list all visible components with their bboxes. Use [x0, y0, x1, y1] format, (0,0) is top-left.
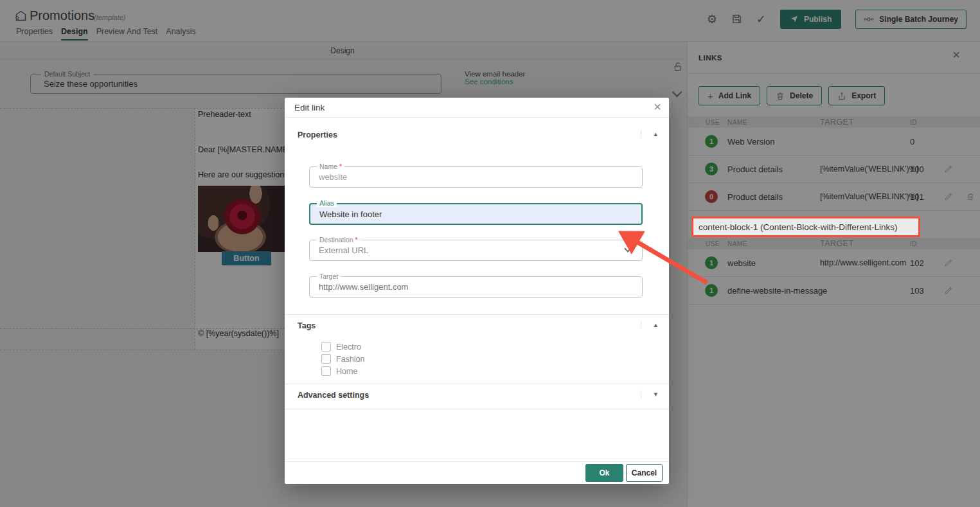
target-input[interactable]: [309, 276, 643, 298]
destination-field-label: Destination: [319, 236, 353, 244]
home-checkbox-label: Home: [336, 367, 357, 376]
cancel-button[interactable]: Cancel: [626, 464, 663, 482]
collapse-properties-caret-icon[interactable]: ▴: [641, 130, 657, 138]
tag-row-electro: Electro: [321, 342, 361, 351]
fashion-checkbox[interactable]: [321, 354, 331, 364]
collapse-tags-caret-icon[interactable]: ▴: [641, 321, 657, 329]
chevron-down-icon: [624, 245, 631, 252]
electro-checkbox[interactable]: [321, 342, 331, 351]
tag-row-fashion: Fashion: [321, 354, 364, 364]
divider: [285, 384, 669, 384]
edit-link-modal: Edit link × Properties ▴ Name * Alias De…: [285, 98, 669, 484]
expand-advanced-caret-icon[interactable]: ▾: [641, 390, 657, 398]
divider: [285, 461, 669, 462]
tags-section-label: Tags: [298, 321, 316, 330]
fashion-checkbox-label: Fashion: [336, 355, 364, 364]
divider: [285, 314, 669, 315]
alias-field: Alias: [309, 203, 643, 225]
electro-checkbox-label: Electro: [336, 342, 361, 351]
required-asterisk: *: [339, 163, 342, 170]
destination-value: External URL: [319, 245, 368, 255]
alias-input[interactable]: [309, 203, 643, 225]
target-field: Target: [309, 276, 643, 298]
destination-field: Destination * External URL: [309, 240, 643, 261]
content-block-heading-highlighted: content-block-1 (Content-Block-with-Diff…: [699, 222, 898, 232]
tag-row-home: Home: [321, 366, 357, 376]
divider: [285, 117, 669, 118]
name-field: Name *: [309, 166, 643, 188]
annotation-highlight-box: content-block-1 (Content-Block-with-Diff…: [691, 217, 920, 237]
name-input[interactable]: [309, 166, 643, 188]
alias-field-label: Alias: [317, 199, 337, 207]
modal-title: Edit link: [294, 103, 325, 112]
ok-button[interactable]: Ok: [585, 464, 623, 482]
divider: [285, 409, 669, 409]
modal-close-icon[interactable]: ×: [654, 100, 661, 114]
name-field-label: Name: [319, 163, 337, 170]
required-asterisk: *: [355, 236, 357, 244]
properties-section-label: Properties: [298, 130, 337, 139]
target-field-label: Target: [317, 272, 341, 280]
advanced-settings-section-label: Advanced settings: [298, 391, 369, 400]
app-window: Promotions (template) Properties Design …: [0, 0, 980, 507]
home-checkbox[interactable]: [321, 366, 331, 376]
